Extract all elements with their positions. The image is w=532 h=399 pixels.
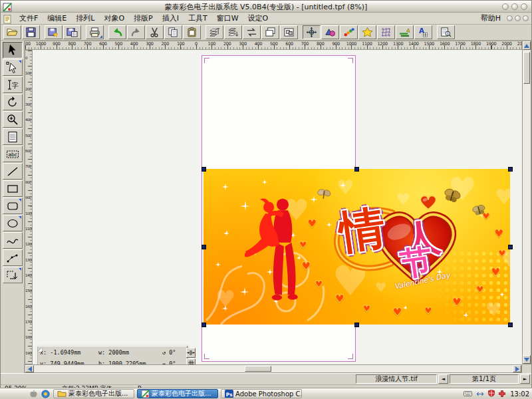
selection-handle[interactable] [201,323,206,327]
menu-item-6[interactable]: 插入I [158,13,184,24]
h-ruler-label: 200 [223,41,231,47]
h-ruler-label: 500 [114,41,122,47]
status-bar: 浪漫情人节.tif ◄ 第1/1页 ► [1,373,531,384]
open-button[interactable] [3,25,21,39]
text-block-tool-button[interactable]: abc [3,146,23,162]
sparkle [215,262,221,267]
red-cross-icon[interactable] [498,388,506,399]
clip-tool-button[interactable] [3,267,23,283]
valentine-image[interactable]: ♥♥♥♥♥♥♥♥♥♥♥ [203,169,510,325]
snap-toggle-button[interactable] [186,348,196,358]
minimize-button[interactable] [502,3,509,10]
keyboard-icon[interactable] [463,388,473,399]
rect-tool-button[interactable] [3,180,23,197]
curve-tool-button[interactable] [3,232,23,249]
next-page-button[interactable]: ► [520,374,530,384]
taskbar-button-1[interactable]: 蒙泰彩色电子出版... [53,389,134,398]
menu-item-9[interactable]: 设定O [243,13,273,24]
menu-item-3[interactable]: 排列L [71,13,99,24]
canvas[interactable]: ♥♥♥♥♥♥♥♥♥♥♥ [33,50,523,364]
rotate-tool-button[interactable] [3,94,23,110]
horizontal-scrollbar[interactable] [25,364,522,373]
selection-handle[interactable] [508,245,513,249]
vertical-scrollbar[interactable] [522,41,531,364]
h-ruler-label: 1600 [440,41,450,47]
selection-handle[interactable] [354,323,359,327]
bring-front-button[interactable] [205,25,223,39]
selection-handle[interactable] [508,167,513,172]
node-select-tool-button[interactable] [3,59,23,76]
send-back-button[interactable] [224,25,242,39]
info-box-grip[interactable] [37,346,38,364]
h-ruler-label: 400 [130,41,138,47]
curve-tool-icon [5,234,20,247]
h-ruler-label: 600 [99,41,107,47]
scroll-up-button[interactable] [523,41,531,50]
scroll-right-button[interactable] [513,365,521,372]
paste-button[interactable] [183,25,201,39]
selection-handle[interactable] [354,167,359,172]
menu-item-2[interactable]: 编辑E [43,13,71,24]
text-format-button[interactable]: A [414,25,432,39]
menu-item-5[interactable]: 排版P [129,13,158,24]
taskbar-button-2[interactable]: 蒙泰彩色电子出版... [137,389,218,398]
selection-handle[interactable] [201,245,206,249]
v-ruler-label: 1100 [25,227,33,231]
redo-button[interactable] [127,25,145,39]
apple-icon[interactable] [28,389,38,398]
cut-button[interactable] [146,25,164,39]
scroll-down-button[interactable] [523,355,531,364]
swap-order-button[interactable] [243,25,261,39]
doc-close-button[interactable] [523,15,529,21]
network-icon[interactable] [475,388,485,399]
v-ruler-label: 500 [25,134,33,138]
print-button[interactable] [86,25,104,39]
menu-item-7[interactable]: 工具T [184,13,212,24]
text-tool-button[interactable]: 字 [3,76,23,93]
zoom-tool-button[interactable] [3,111,23,128]
close-button[interactable] [521,3,527,10]
taskbar-button-3[interactable]: PsAdobe Photoshop C... [221,389,302,398]
doc-restore-button[interactable] [515,15,521,21]
save-page-button[interactable] [63,25,81,39]
menu-item-help[interactable]: 帮助H [481,13,501,23]
previous-item-button[interactable]: ◄ [438,374,448,384]
move-button[interactable] [303,25,321,39]
page-tool-button[interactable] [3,128,23,145]
quick-launch-icon[interactable] [41,389,51,398]
menu-item-8[interactable]: 窗口W [212,13,243,24]
duplicate-button[interactable] [261,25,279,39]
toolbar-group-3 [86,25,104,39]
selection-handle[interactable] [201,167,206,172]
doc-minimize-button[interactable] [507,15,513,21]
round-rect-tool-icon [5,200,20,213]
horizontal-scroll-thumb[interactable] [245,366,271,372]
vertical-scroll-thumb[interactable] [523,52,530,84]
v-ruler-label: 1900 [25,351,33,355]
sparkle [463,312,469,318]
ground-button[interactable] [396,25,414,39]
ellipse-tool-button[interactable] [3,215,23,231]
round-rect-tool-button[interactable] [3,198,23,214]
maximize-button[interactable] [511,3,518,10]
polyline-tool-button[interactable] [3,249,23,266]
v-ruler-label: 1700 [25,320,33,324]
grid-toggle-button[interactable] [186,358,196,364]
menu-item-4[interactable]: 对象O [99,13,129,24]
menu-item-1[interactable]: 文件F [15,13,43,24]
combine-button[interactable] [280,25,298,39]
shield-icon[interactable] [487,388,495,399]
scroll-left-button[interactable] [25,365,34,372]
select-tool-button[interactable] [3,42,23,59]
star-button[interactable] [358,25,376,39]
line-tool-button[interactable] [3,163,23,180]
selection-handle[interactable] [508,323,513,327]
shapes-button[interactable] [321,25,339,39]
export-image-button[interactable] [45,25,63,39]
mesh-button[interactable] [377,25,395,39]
save-button[interactable] [22,25,40,39]
preview-button[interactable] [437,25,455,39]
undo-button[interactable] [108,25,126,39]
copy-button[interactable] [164,25,182,39]
colors-button[interactable] [340,25,358,39]
